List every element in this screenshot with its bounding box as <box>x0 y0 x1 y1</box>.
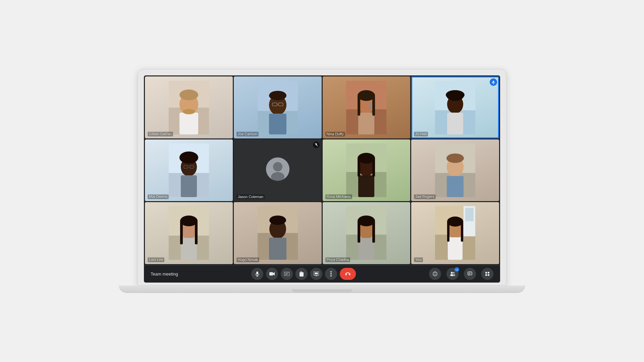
svg-rect-74 <box>372 221 375 243</box>
svg-rect-113 <box>468 272 472 275</box>
svg-rect-46 <box>358 175 374 197</box>
video-tile[interactable]: Priya Chadha <box>323 202 411 264</box>
svg-rect-58 <box>181 238 197 260</box>
svg-point-39 <box>273 162 282 171</box>
svg-rect-84 <box>256 272 258 275</box>
video-tile[interactable]: Lani Lee <box>145 202 233 264</box>
chat-button[interactable] <box>464 268 476 280</box>
svg-point-67 <box>269 216 286 225</box>
face-container <box>411 202 499 264</box>
svg-point-81 <box>447 217 463 227</box>
end-call-icon <box>345 272 351 276</box>
laptop-screen-bezel: Gillian Garner <box>138 69 506 285</box>
face-container <box>323 76 411 138</box>
video-tile[interactable]: Joe Carlson <box>234 76 322 138</box>
people-button[interactable]: 12 <box>446 268 459 280</box>
svg-rect-89 <box>284 272 289 276</box>
svg-point-109 <box>451 272 453 274</box>
video-tile[interactable]: Hugo Novak <box>234 202 322 264</box>
laptop-notch <box>292 289 352 293</box>
video-tile[interactable]: Mai Owens <box>145 139 233 201</box>
svg-rect-78 <box>465 208 474 221</box>
face-container <box>411 76 499 138</box>
svg-rect-33 <box>181 175 197 197</box>
svg-rect-20 <box>372 96 375 116</box>
meeting-name: Team meeting <box>151 272 178 277</box>
video-tile[interactable]: Rosa Michaels <box>323 139 411 201</box>
more-icon <box>330 271 332 277</box>
svg-point-103 <box>330 275 332 277</box>
svg-point-107 <box>435 273 435 273</box>
svg-rect-3 <box>179 113 198 134</box>
tile-name: Priya Chadha <box>325 257 351 262</box>
svg-point-27 <box>446 90 465 100</box>
svg-point-5 <box>183 109 195 114</box>
info-icon <box>433 272 437 276</box>
svg-rect-117 <box>485 272 487 274</box>
face-container <box>234 202 322 264</box>
tile-name: Gillian Garner <box>148 132 173 136</box>
toolbar-left: Team meeting <box>151 272 178 277</box>
svg-rect-49 <box>372 158 375 177</box>
video-grid: Gillian Garner <box>144 75 500 265</box>
svg-rect-21 <box>369 103 371 109</box>
svg-point-54 <box>446 154 464 163</box>
end-call-button[interactable] <box>340 268 356 280</box>
laptop-wrapper: Gillian Garner <box>138 69 506 293</box>
present-button[interactable] <box>310 268 322 280</box>
svg-marker-88 <box>273 272 275 276</box>
video-tile[interactable]: Gillian Garner <box>145 76 233 138</box>
tile-name: Jad Rogers <box>414 194 435 199</box>
mic-button[interactable] <box>251 268 263 280</box>
svg-rect-87 <box>269 272 273 276</box>
tile-name: Jason Coleman <box>236 194 265 199</box>
video-tile[interactable]: Nina Duffy <box>323 76 411 138</box>
tile-name: Rosa Michaels <box>325 194 352 199</box>
toolbar-center <box>251 268 356 280</box>
svg-rect-73 <box>358 221 360 243</box>
tile-name: Joe Carlson <box>236 132 259 136</box>
tile-name: Jo Hall <box>414 132 428 136</box>
video-tile-self[interactable]: You <box>411 202 499 264</box>
video-tile[interactable]: Jad Rogers <box>411 139 499 201</box>
activities-icon <box>485 272 490 276</box>
svg-rect-42 <box>316 143 317 145</box>
svg-rect-82 <box>447 222 449 242</box>
svg-rect-48 <box>358 158 360 177</box>
face-container <box>411 139 499 201</box>
mute-icon <box>313 141 320 148</box>
laptop-base <box>119 286 525 293</box>
face-container <box>145 76 233 138</box>
svg-rect-53 <box>447 176 464 197</box>
svg-rect-80 <box>448 237 463 260</box>
hand-raise-button[interactable] <box>296 268 308 280</box>
svg-point-4 <box>179 89 198 100</box>
svg-rect-17 <box>358 113 374 134</box>
svg-rect-62 <box>180 220 198 224</box>
video-tile-jason[interactable]: Jason Coleman <box>234 139 322 201</box>
video-tile-active[interactable]: Jo Hall <box>411 76 499 138</box>
face-container <box>145 139 233 201</box>
tile-name: You <box>414 257 423 262</box>
tile-name: Mai Owens <box>148 194 169 199</box>
face-container <box>145 202 233 264</box>
activities-button[interactable] <box>481 268 493 280</box>
svg-rect-120 <box>488 274 489 276</box>
svg-rect-71 <box>358 238 374 260</box>
tile-name: Hugo Novak <box>236 257 260 262</box>
svg-rect-98 <box>315 273 318 274</box>
camera-button[interactable] <box>266 268 278 280</box>
mic-icon <box>255 271 260 277</box>
info-button[interactable] <box>429 268 441 280</box>
svg-point-10 <box>269 91 286 100</box>
captions-button[interactable] <box>281 268 293 280</box>
toolbar: Team meeting <box>144 265 500 283</box>
people-count-badge: 12 <box>454 267 459 272</box>
tile-name: Lani Lee <box>148 257 164 262</box>
camera-icon <box>269 272 275 276</box>
toolbar-right: 12 <box>429 268 493 280</box>
svg-rect-60 <box>180 221 183 244</box>
svg-rect-28 <box>493 81 494 83</box>
more-options-button[interactable] <box>325 268 337 280</box>
svg-rect-61 <box>195 221 198 244</box>
